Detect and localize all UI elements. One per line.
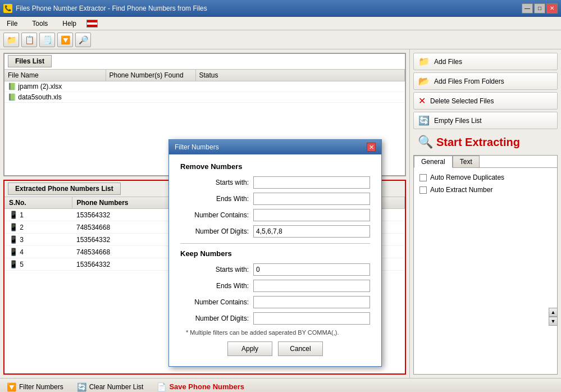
remove-section-title: Remove Numbers [180, 162, 370, 171]
remove-ends-input[interactable] [253, 193, 370, 205]
keep-digits-input[interactable] [253, 312, 370, 325]
app-icon: 📞 [3, 4, 12, 13]
keep-contains-row: Number Contains: [180, 296, 370, 308]
add-files-icon: 📁 [418, 56, 430, 67]
right-panel: 📁 Add Files 📂 Add Files From Folders ✕ D… [409, 49, 561, 378]
remove-contains-input[interactable] [253, 209, 370, 221]
auto-extract-number-row: Auto Extract Number [419, 186, 551, 194]
options-content: Auto Remove Duplicates Auto Extract Numb… [414, 168, 557, 199]
file-status-cell [195, 81, 405, 92]
col-sno: S.No. [4, 197, 72, 209]
filter-numbers-button[interactable]: 🔽 Filter Numbers [4, 381, 66, 393]
keep-ends-with-row: Ends With: [180, 280, 370, 292]
cancel-button[interactable]: Cancel [278, 341, 323, 356]
keep-ends-label: Ends With: [180, 282, 253, 290]
col-found: Phone Number(s) Found [106, 70, 195, 81]
files-table: File Name Phone Number(s) Found Status 📗… [4, 70, 405, 103]
options-panel: General Text Auto Remove Duplicates Auto… [413, 155, 558, 375]
remove-starts-with-row: Starts with: [180, 176, 370, 189]
auto-remove-duplicates-row: Auto Remove Duplicates [419, 174, 551, 181]
dialog-title-text: Filter Numbers [175, 143, 219, 151]
auto-extract-number-label: Auto Extract Number [430, 186, 492, 194]
menu-bar: File Tools Help [0, 17, 561, 30]
delete-files-button[interactable]: ✕ Delete Selected Files [413, 92, 558, 110]
scroll-down-button[interactable]: ▼ [549, 317, 558, 326]
tab-text[interactable]: Text [453, 156, 480, 167]
menu-help[interactable]: Help [58, 19, 81, 29]
add-files-toolbar-button[interactable]: 📁 [3, 33, 19, 47]
file-found-cell [106, 92, 195, 103]
scroll-up-button[interactable]: ▲ [549, 308, 558, 317]
options-tabs: General Text [414, 156, 557, 168]
keep-contains-label: Number Contains: [180, 298, 253, 306]
file-icon: 📗 [8, 83, 16, 90]
view-toolbar-button[interactable]: 🗒️ [39, 33, 55, 47]
empty-icon: 🔄 [418, 115, 430, 126]
clear-number-list-button[interactable]: 🔄 Clear Number List [75, 381, 146, 393]
window-controls[interactable]: — □ ✕ [522, 3, 558, 13]
start-extracting-button[interactable]: 🔍 Start Extracting [413, 131, 558, 153]
remove-digits-row: Number Of Digits: [180, 225, 370, 238]
bottom-toolbar: 🔽 Filter Numbers 🔄 Clear Number List 📄 S… [0, 378, 561, 392]
dialog-body: Remove Numbers Starts with: Ends With: N… [169, 154, 381, 366]
empty-files-button[interactable]: 🔄 Empty Files List [413, 112, 558, 129]
search-toolbar-button[interactable]: 🔎 [75, 33, 91, 47]
auto-remove-duplicates-label: Auto Remove Duplicates [430, 174, 504, 181]
extracted-tab[interactable]: Extracted Phone Numbers List [8, 183, 121, 195]
file-row[interactable]: 📗 jpamm (2).xlsx [4, 81, 405, 92]
language-flag-icon[interactable] [86, 20, 98, 28]
main-layout: Files List File Name Phone Number(s) Fou… [0, 49, 561, 378]
keep-digits-label: Number Of Digits: [180, 314, 253, 322]
file-status-cell [195, 92, 405, 103]
keep-starts-input[interactable] [253, 263, 370, 276]
minimize-button[interactable]: — [522, 3, 533, 13]
dialog-close-button[interactable]: ✕ [367, 143, 376, 152]
scroll-buttons: ▲ ▼ [549, 308, 558, 326]
file-name-cell: 📗 jpamm (2).xlsx [4, 81, 106, 92]
tab-general[interactable]: General [414, 156, 453, 168]
main-toolbar: 📁 📋 🗒️ 🔽 🔎 [0, 30, 561, 49]
keep-digits-row: Number Of Digits: [180, 312, 370, 325]
filter-toolbar-button[interactable]: 🔽 [57, 33, 73, 47]
file-found-cell [106, 81, 195, 92]
copy-toolbar-button[interactable]: 📋 [21, 33, 37, 47]
apply-button[interactable]: Apply [227, 341, 272, 356]
auto-extract-number-checkbox[interactable] [419, 186, 427, 194]
add-folders-icon: 📂 [418, 76, 430, 86]
maximize-button[interactable]: □ [534, 3, 545, 13]
keep-starts-with-row: Starts with: [180, 263, 370, 276]
auto-remove-duplicates-checkbox[interactable] [419, 174, 427, 181]
remove-ends-with-row: Ends With: [180, 193, 370, 205]
keep-ends-input[interactable] [253, 280, 370, 292]
file-row[interactable]: 📗 data5south.xls [4, 92, 405, 103]
dialog-buttons: Apply Cancel [180, 341, 370, 358]
dialog-title-bar: Filter Numbers ✕ [169, 140, 381, 154]
remove-ends-label: Ends With: [180, 195, 253, 203]
add-files-button[interactable]: 📁 Add Files [413, 53, 558, 70]
title-bar: 📞 Files Phone Number Extractor - Find Ph… [0, 0, 561, 17]
dialog-note: * Multiple filters can be added saperate… [180, 329, 370, 336]
menu-tools[interactable]: Tools [28, 19, 52, 29]
keep-contains-input[interactable] [253, 296, 370, 308]
close-button[interactable]: ✕ [546, 3, 558, 13]
remove-digits-input[interactable] [253, 225, 370, 238]
remove-starts-label: Starts with: [180, 179, 253, 186]
save-icon: 📄 [157, 382, 166, 391]
keep-section-title: Keep Numbers [180, 249, 370, 258]
save-phone-numbers-button[interactable]: 📄 Save Phone Numbers [154, 381, 247, 393]
magnifier-icon: 🔍 [418, 135, 433, 149]
add-folders-button[interactable]: 📂 Add Files From Folders [413, 72, 558, 90]
files-list-tab[interactable]: Files List [8, 55, 52, 67]
keep-starts-label: Starts with: [180, 266, 253, 274]
col-filename: File Name [4, 70, 106, 81]
remove-contains-label: Number Contains: [180, 211, 253, 219]
clear-icon: 🔄 [77, 382, 86, 391]
delete-icon: ✕ [418, 95, 426, 106]
remove-contains-row: Number Contains: [180, 209, 370, 221]
filter-icon: 🔽 [7, 382, 16, 391]
file-icon: 📗 [8, 93, 16, 101]
filter-dialog: Filter Numbers ✕ Remove Numbers Starts w… [168, 139, 382, 367]
menu-file[interactable]: File [2, 19, 22, 29]
section-divider [180, 243, 370, 244]
remove-starts-input[interactable] [253, 176, 370, 189]
